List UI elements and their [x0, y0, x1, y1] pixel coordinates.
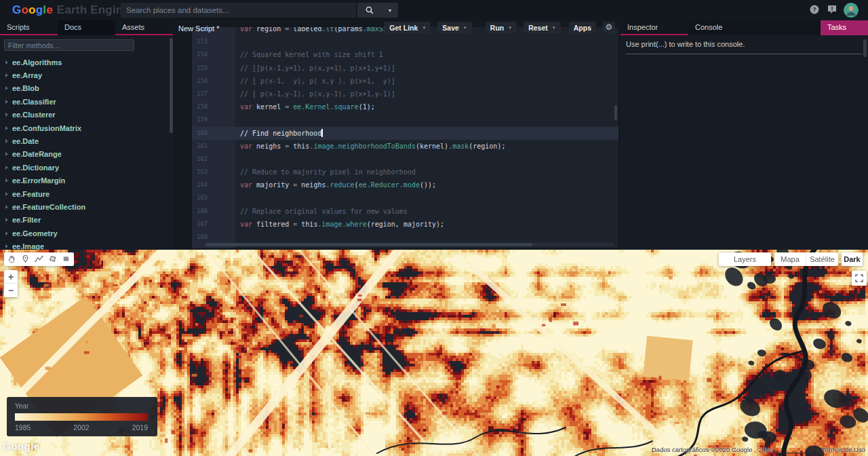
search-dropdown-caret[interactable]: ▼ — [382, 3, 398, 18]
editor-horizontal-scrollbar[interactable] — [205, 243, 614, 246]
doc-item-label: ee.FeatureCollection — [12, 203, 85, 211]
zoom-control: + − — [4, 270, 18, 297]
doc-item[interactable]: ee.DateRange — [0, 148, 170, 161]
filter-methods-input[interactable] — [4, 39, 134, 51]
rectangle-icon — [62, 254, 71, 263]
doc-item[interactable]: ee.FeatureCollection — [0, 200, 170, 213]
google-earth-engine-logo[interactable]: GoogleEarth Engine — [12, 3, 130, 17]
avatar-image — [844, 3, 859, 18]
code-line[interactable]: 159 — [192, 113, 618, 126]
doc-item[interactable]: ee.Classifier — [0, 95, 170, 108]
help-button[interactable]: ? — [808, 4, 821, 16]
code-line[interactable]: 158var kernel = ee.Kernel.square(1); — [192, 100, 618, 113]
map-type-switcher: Mapa Satélite — [774, 252, 838, 266]
reset-label: Reset — [528, 24, 548, 32]
terms-link[interactable]: Termos de Uso — [822, 446, 865, 453]
map-type-satelite[interactable]: Satélite — [806, 252, 838, 266]
code-line[interactable]: 164var majority = neighs.reduce(ee.Reduc… — [192, 178, 618, 191]
doc-item-label: ee.Feature — [12, 190, 50, 198]
save-button[interactable]: Save▼ — [437, 22, 471, 33]
legend-tick-mid: 2002 — [73, 423, 89, 432]
doc-item[interactable]: ee.ConfusionMatrix — [0, 121, 170, 134]
avatar[interactable] — [844, 3, 859, 18]
left-panel: Scripts Docs Assets ee.Algorithmsee.Arra… — [0, 20, 173, 250]
line-number: 159 — [192, 113, 235, 126]
console-scrollbar[interactable] — [863, 39, 867, 57]
script-tab[interactable]: New Script * — [178, 24, 220, 33]
scrollbar-thumb[interactable] — [205, 243, 532, 246]
code-text: var region = labeled.lt(params.maxSize); — [235, 27, 403, 35]
code-line[interactable]: 162 — [192, 153, 618, 166]
doc-item[interactable]: ee.Blob — [0, 82, 170, 95]
apps-button[interactable]: Apps — [569, 22, 596, 33]
scale-label: 2 km — [759, 446, 773, 453]
chevron-down-icon: ▼ — [508, 26, 512, 30]
feedback-icon — [827, 4, 837, 15]
chevron-down-icon: ▼ — [552, 26, 556, 30]
doc-item[interactable]: ee.Filter — [0, 214, 170, 227]
dark-style-button[interactable]: Dark — [842, 252, 863, 266]
code-line[interactable]: 168 — [192, 231, 618, 244]
run-button[interactable]: Run▼ — [486, 22, 517, 33]
doc-item[interactable]: ee.Dictionary — [0, 161, 170, 174]
expand-arrow-icon — [5, 86, 8, 90]
tab-scripts[interactable]: Scripts — [0, 20, 58, 35]
line-number: 162 — [192, 153, 235, 166]
code-line[interactable]: 167var filtered = this.image.where(regio… — [192, 218, 618, 231]
code-line[interactable]: 160// Find neighborhood — [192, 127, 618, 140]
code-text — [235, 231, 240, 244]
editor-vertical-scrollbar[interactable] — [614, 105, 617, 120]
settings-button[interactable]: ⚙ — [603, 22, 615, 33]
code-text: // [ p(x-1,y-1), p(x,y-1), p(x+1,y-1)] — [235, 88, 395, 100]
code-line[interactable]: 163// Reduce to majority pixel in neighb… — [192, 166, 618, 178]
line-number: 163 — [192, 166, 235, 178]
doc-item-label: ee.Dictionary — [12, 164, 59, 172]
doc-item[interactable]: ee.ErrorMargin — [0, 174, 170, 187]
tab-console[interactable]: Console — [688, 20, 821, 35]
doc-item[interactable]: ee.Geometry — [0, 227, 170, 240]
tab-tasks[interactable]: Tasks — [821, 20, 868, 35]
map-attribution: Dados cartográficos ©2020 Google 2 km Te… — [652, 446, 865, 453]
doc-item[interactable]: ee.Clusterer — [0, 109, 170, 121]
doc-item[interactable]: ee.Algorithms — [0, 56, 170, 69]
code-text: // Squared kernel with size shift 1 — [235, 48, 383, 61]
code-editor[interactable]: 152var region = labeled.lt(params.maxSiz… — [192, 27, 618, 248]
point-tool-button[interactable] — [20, 254, 31, 265]
feedback-button[interactable] — [826, 4, 838, 16]
expand-arrow-icon — [5, 178, 8, 183]
doc-item[interactable]: ee.Image — [0, 240, 170, 250]
code-line[interactable]: 154// Squared kernel with size shift 1 — [192, 48, 618, 61]
tab-assets[interactable]: Assets — [115, 20, 173, 35]
zoom-out-button[interactable]: − — [4, 284, 18, 297]
expand-arrow-icon — [5, 205, 8, 209]
doc-item[interactable]: ee.Date — [0, 134, 170, 147]
rectangle-tool-button[interactable] — [61, 254, 71, 265]
code-line[interactable]: 161var neighs = this.image.neighborhoodT… — [192, 140, 618, 153]
zoom-in-button[interactable]: + — [4, 270, 18, 284]
code-text: // Find neighborhood — [235, 127, 323, 140]
code-line[interactable]: 153 — [192, 35, 618, 48]
layers-button[interactable]: Layers — [719, 252, 771, 266]
doc-item[interactable]: ee.Array — [0, 69, 170, 81]
tab-inspector[interactable]: Inspector — [620, 20, 688, 35]
reset-button[interactable]: Reset▼ — [524, 22, 561, 33]
expand-arrow-icon — [5, 218, 8, 222]
map-type-mapa[interactable]: Mapa — [774, 252, 806, 266]
polygon-tool-button[interactable] — [47, 254, 58, 265]
doc-item[interactable]: ee.Feature — [0, 187, 170, 200]
tab-docs[interactable]: Docs — [58, 20, 115, 35]
text-cursor — [321, 129, 323, 137]
code-line[interactable]: 157// [ p(x-1,y-1), p(x,y-1), p(x+1,y-1)… — [192, 88, 618, 100]
get-link-button[interactable]: Get Link▼ — [384, 22, 431, 33]
line-tool-button[interactable] — [34, 254, 44, 265]
code-line[interactable]: 156// [ p(x-1, y), p( x,y ), p(x+1, y)] — [192, 75, 618, 88]
fullscreen-button[interactable] — [852, 271, 867, 286]
search-input[interactable] — [121, 3, 356, 18]
year-legend: Year 1985 2002 2019 — [7, 397, 157, 436]
pan-tool-button[interactable] — [7, 254, 17, 265]
search-button[interactable] — [357, 3, 382, 18]
code-line[interactable]: 166// Replace original values for new va… — [192, 205, 618, 218]
legend-tick-max: 2019 — [132, 423, 148, 432]
code-line[interactable]: 155// [[p(x-1,y+1), p(x,y+1), p(x+1,y+1)… — [192, 62, 618, 75]
code-line[interactable]: 165 — [192, 191, 618, 204]
